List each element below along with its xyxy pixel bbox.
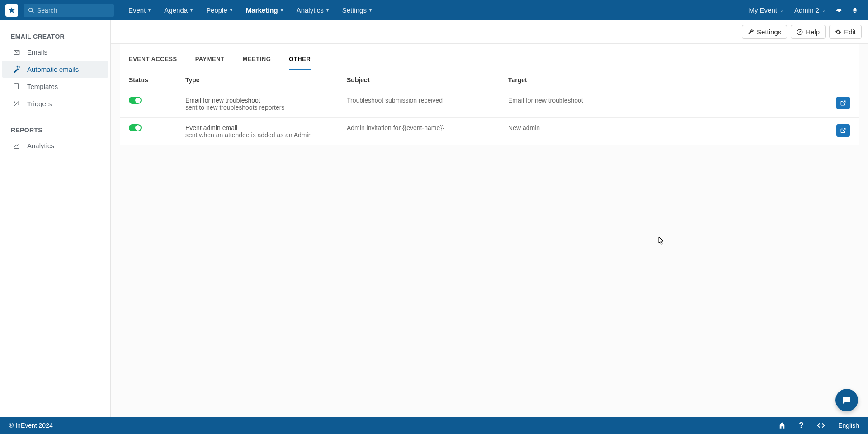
main-nav: Event▾Agenda▾People▾Marketing▾Analytics▾… [123,0,377,20]
chevron-down-icon: ▾ [230,8,232,13]
sidebar-item-label: Emails [27,48,47,56]
edit-button[interactable]: Edit [829,25,862,39]
search-input[interactable] [37,7,109,14]
sidebar-item-emails[interactable]: Emails [2,44,108,61]
table-row: Event admin emailsent when an attendee i… [120,118,859,145]
col-header-type: Type [185,76,347,84]
sidebar-item-label: Automatic emails [27,65,79,73]
status-toggle[interactable] [129,124,142,131]
nav-settings[interactable]: Settings▾ [337,0,377,20]
tabs: EVENT ACCESSPAYMENTMEETINGOTHER [120,44,859,70]
table-row: Email for new troubleshootsent to new tr… [120,90,859,118]
svg-point-6 [14,102,15,103]
nav-people[interactable]: People▾ [201,0,238,20]
page-actions: Settings ? Help Edit [111,20,868,44]
topbar: Event▾Agenda▾People▾Marketing▾Analytics▾… [0,0,868,20]
svg-point-7 [19,104,19,105]
svg-text:?: ? [799,30,801,34]
wrench-icon [748,29,754,35]
event-switcher[interactable]: My Event⌄ [743,0,789,20]
col-header-target: Target [508,76,823,84]
email-target: Email for new troubleshoot [508,97,823,104]
emails-table: Status Type Subject Target Email for new… [120,70,859,145]
nav-analytics[interactable]: Analytics▾ [291,0,334,20]
gear-icon [835,29,841,35]
settings-button-label: Settings [757,28,781,36]
email-target: New admin [508,124,823,131]
sidebar-item-templates[interactable]: Templates [2,78,108,95]
user-menu[interactable]: Admin 2⌄ [789,0,831,20]
search-box[interactable] [24,4,114,17]
email-type-title[interactable]: Email for new troubleshoot [185,97,347,104]
email-type-desc: sent to new troubleshoots reporters [185,104,347,111]
chevron-down-icon: ▾ [190,8,193,13]
announcements-icon[interactable] [831,0,847,20]
notifications-icon[interactable] [847,0,863,20]
chevron-down-icon: ▾ [281,8,283,13]
table-header: Status Type Subject Target [120,70,859,90]
col-header-subject: Subject [347,76,508,84]
sidebar-item-analytics[interactable]: Analytics [2,137,108,154]
sidebar-item-label: Triggers [27,100,52,107]
sidebar: EMAIL CREATOR EmailsAutomatic emailsTemp… [0,20,111,417]
status-toggle[interactable] [129,97,142,104]
topbar-right: My Event⌄Admin 2⌄ [743,0,831,20]
email-subject: Admin invitation for {{event-name}} [347,124,508,131]
chevron-down-icon: ▾ [148,8,151,13]
search-icon [28,7,34,14]
svg-line-13 [843,128,845,131]
svg-line-12 [843,101,845,103]
tab-other[interactable]: OTHER [289,52,311,70]
chat-launcher[interactable] [835,389,858,411]
settings-button[interactable]: Settings [742,25,787,39]
chart-icon [13,142,21,149]
open-email-button[interactable] [836,124,850,137]
sidebar-item-automatic-emails[interactable]: Automatic emails [2,61,108,78]
sidebar-item-label: Analytics [27,142,54,149]
nav-event[interactable]: Event▾ [123,0,156,20]
chevron-down-icon: ▾ [326,8,329,13]
svg-line-1 [32,11,34,13]
nav-agenda[interactable]: Agenda▾ [159,0,198,20]
edit-button-label: Edit [844,28,856,36]
email-type-title[interactable]: Event admin email [185,124,347,131]
nav-marketing[interactable]: Marketing▾ [241,0,288,20]
sidebar-section-email-creator: EMAIL CREATOR [0,29,110,44]
help-button[interactable]: ? Help [791,25,826,39]
col-header-status: Status [129,76,185,84]
wand-icon [13,99,21,107]
sidebar-item-label: Templates [27,83,58,90]
help-button-label: Help [806,28,820,36]
tab-meeting[interactable]: MEETING [243,52,271,70]
chevron-down-icon: ⌄ [822,8,826,13]
question-circle-icon: ? [797,29,803,35]
email-type-desc: sent when an attendee is added as an Adm… [185,131,347,139]
sidebar-section-reports: REPORTS [0,123,110,137]
email-subject: Troubleshoot submission received [347,97,508,104]
magic-icon [13,65,21,73]
envelope-icon [13,49,21,56]
chevron-down-icon: ▾ [369,8,372,13]
chevron-down-icon: ⌄ [780,8,783,13]
svg-point-0 [29,8,33,11]
tab-payment[interactable]: PAYMENT [195,52,225,70]
app-logo[interactable] [5,4,18,17]
clipboard-icon [13,82,21,90]
tab-event-access[interactable]: EVENT ACCESS [129,52,177,70]
content-area: Settings ? Help Edit EVENT ACCESSPAYMENT… [111,20,868,417]
sidebar-item-triggers[interactable]: Triggers [2,95,108,112]
open-email-button[interactable] [836,97,850,109]
